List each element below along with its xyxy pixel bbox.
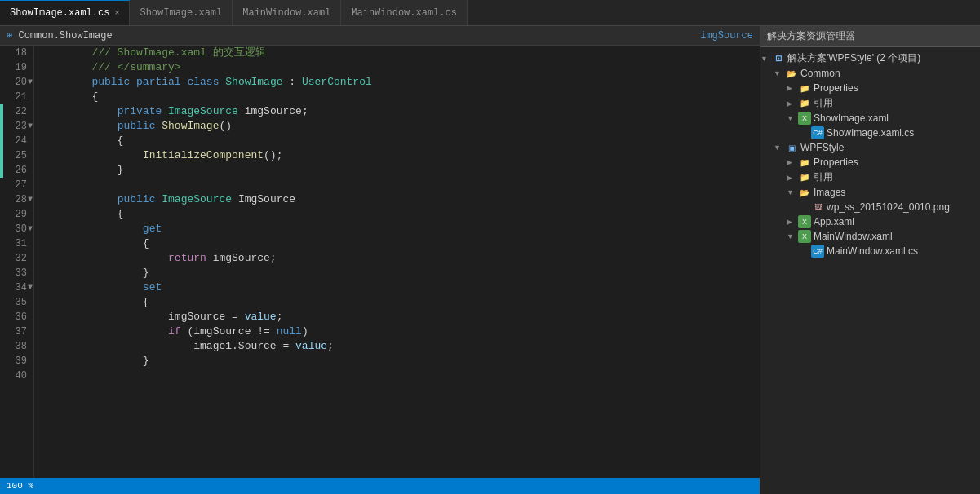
fold-icon[interactable]: ▼ [28,222,33,236]
token-plain: { [41,90,98,103]
token-prop: value [295,340,327,352]
tree-item-refs2[interactable]: ▶📁引用 [760,170,980,185]
token-method: InitializeComponent [143,149,264,161]
line-number: 32 [7,251,27,266]
collapse-arrow-icon[interactable]: ▼ [774,69,785,77]
code-line: ▼ public partial class ShowImage : UserC… [41,75,753,90]
app-root: ShowImage.xaml.cs × ShowImage.xaml MainW… [0,0,980,494]
line-number: 34 [7,280,27,295]
tab-mainwindow-xaml[interactable]: MainWindow.xaml [233,0,341,25]
tree-item-label: MainWindow.xaml.cs [827,245,918,257]
collapse-arrow-icon[interactable]: ▼ [760,55,772,63]
code-line: { [41,295,753,310]
tab-mainwindow-cs[interactable]: MainWindow.xaml.cs [341,0,468,25]
tree-item-label: Properties [814,82,858,94]
line-number: 35 [7,295,27,310]
tab-showimage-xaml[interactable]: ShowImage.xaml [130,0,233,25]
line-number: 27 [7,178,27,192]
folder-icon: 📁 [798,171,811,184]
fold-icon[interactable]: ▼ [28,192,33,207]
code-line: InitializeComponent(); [41,148,753,163]
line-number: 19 [7,60,27,75]
tree-item-properties2[interactable]: ▶📁Properties [760,155,980,170]
code-line: /// </summary> [41,60,753,75]
fold-icon[interactable]: ▼ [28,280,33,295]
token-plain [41,252,168,264]
tree-item-properties[interactable]: ▶📁Properties [760,81,980,95]
collapse-arrow-icon[interactable]: ▶ [787,158,798,166]
line-number: 21 [7,90,27,104]
tree-item-label: Common [800,68,840,79]
collapse-arrow-icon[interactable]: ▼ [774,143,785,152]
fold-icon[interactable]: ▼ [28,75,33,90]
tree-item-mainwindow-cs[interactable]: C#MainWindow.xaml.cs [760,244,980,258]
code-line: private ImageSource imgSource; [41,104,753,119]
tree-item-refs1[interactable]: ▶📁引用 [760,95,980,111]
tab-showimage-cs[interactable]: ShowImage.xaml.cs × [0,0,130,25]
line-number: 33 [7,266,27,280]
tree-item-solution[interactable]: ▼⊡解决方案'WPFStyle' (2 个项目) [760,51,980,66]
collapse-arrow-icon[interactable]: ▶ [787,84,798,92]
tree-item-mainwindow-xaml[interactable]: ▼XMainWindow.xaml [760,229,980,244]
token-plain: { [41,208,123,220]
token-plain: image1.Source = [41,340,295,352]
collapse-arrow-icon[interactable]: ▶ [787,99,798,108]
collapse-arrow-icon[interactable]: ▼ [787,188,798,196]
token-kw: private [118,105,162,117]
png-icon: 🖼 [811,201,824,214]
tree-item-common[interactable]: ▼📂Common [760,66,980,81]
fold-icon[interactable]: ▼ [28,119,33,134]
code-line: imgSource = value; [41,310,753,324]
tree-item-label: 引用 [814,96,833,110]
collapse-arrow-icon[interactable]: ▼ [787,114,798,122]
code-container[interactable]: 1819202122232425262728293031323334353637… [0,46,760,478]
token-plain [41,120,118,132]
token-prop: value [245,311,277,323]
tree-item-wpfstyle[interactable]: ▼▣WPFStyle [760,140,980,155]
code-line: return imgSource; [41,251,753,266]
token-plain: imgSource; [206,252,277,264]
tree-item-images[interactable]: ▼📂Images [760,185,980,200]
token-plain [41,105,118,117]
token-kw: public [118,120,156,132]
token-plain [41,76,91,88]
collapse-arrow-icon[interactable]: ▶ [787,174,798,182]
tree-item-label: wp_ss_20151024_0010.png [827,201,950,213]
token-plain [41,193,118,205]
tree-item-png[interactable]: 🖼wp_ss_20151024_0010.png [760,200,980,214]
editor-nav-right: imgSource [700,30,753,42]
solution-icon: ⊡ [772,52,785,65]
folder-icon: 📁 [798,156,811,169]
token-type: ShowImage [225,76,282,88]
close-icon[interactable]: × [114,9,119,18]
xaml-icon: X [798,230,811,243]
tree-item-appxaml[interactable]: ▶XApp.xaml [760,214,980,229]
line-number: 30 [7,222,27,236]
token-plain: } [41,267,149,279]
code-lines: /// ShowImage.xaml 的交互逻辑 /// </summary>▼… [34,46,760,478]
project-icon: ▣ [785,141,798,154]
tree-item-label: 解决方案'WPFStyle' (2 个项目) [787,51,920,65]
collapse-arrow-icon[interactable]: ▶ [787,218,798,226]
code-line: ▼ public ShowImage() [41,119,753,134]
token-kw: get [143,223,162,235]
line-numbers: 1819202122232425262728293031323334353637… [3,46,34,478]
line-number: 38 [7,339,27,354]
tree-item-label: ShowImage.xaml.cs [827,127,914,139]
code-line: { [41,134,753,148]
collapse-arrow-icon[interactable]: ▼ [787,232,798,240]
line-number: 25 [7,148,27,163]
token-plain: () [219,120,232,132]
token-type: ImageSource [168,105,238,117]
editor-area: ⊕ Common.ShowImage imgSource 18192021222… [0,26,760,494]
code-line: } [41,266,753,280]
tab-label: MainWindow.xaml.cs [351,7,457,19]
tree-item-showimage-cs[interactable]: C#ShowImage.xaml.cs [760,126,980,140]
token-kw2: return [168,252,206,264]
tree-item-label: 引用 [814,170,833,184]
code-line: } [41,354,753,368]
token-plain [41,369,91,382]
tab-label: ShowImage.xaml [140,7,222,19]
tree-item-showimage-xaml[interactable]: ▼XShowImage.xaml [760,111,980,126]
line-number: 29 [7,207,27,222]
